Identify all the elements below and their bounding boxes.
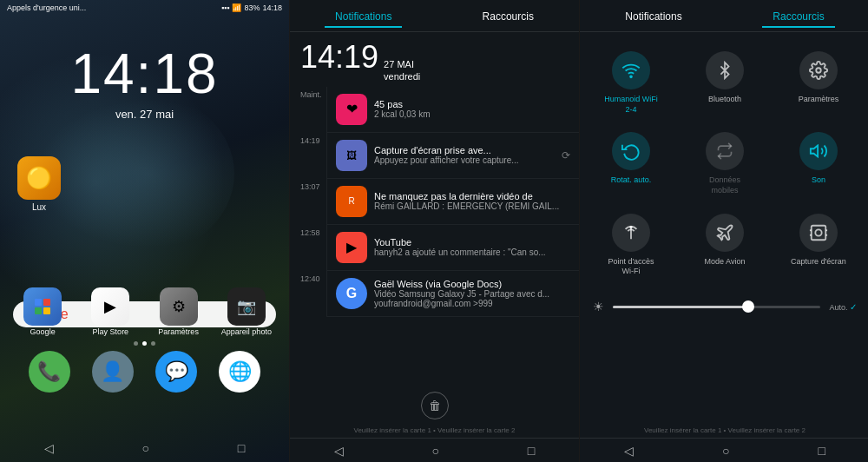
notif-steps-body: 2 kcal 0,03 km xyxy=(374,109,570,119)
settings-label: Paramètres xyxy=(158,327,199,336)
qs-screenshot[interactable]: Capture d'écran xyxy=(772,203,865,284)
notif-screenshot-content: Capture d'écran prise ave... Appuyez pou… xyxy=(374,145,555,165)
qs-hotspot[interactable]: Point d'accèsWi-Fi xyxy=(584,203,678,284)
qs-footer-text: Veuillez insérer la carte 1 • Veuillez i… xyxy=(580,423,868,438)
notif-weekday: vendredi xyxy=(384,70,420,82)
camera-label: Appareil photo xyxy=(221,327,272,336)
notif-item-gdocs[interactable]: G Gaël Weiss (via Google Docs) Vidéo Sam… xyxy=(326,271,579,317)
brightness-slider[interactable] xyxy=(613,306,820,308)
notif-remi-title: Ne manquez pas la dernière vidéo de xyxy=(374,191,570,201)
notif-item-youtube[interactable]: ▶ YouTube hanyh2 a ajouté un commentaire… xyxy=(326,225,579,271)
back-button[interactable]: ◁ xyxy=(44,441,54,455)
app-settings[interactable]: ⚙ Paramètres xyxy=(153,287,205,336)
qs-home-button[interactable]: ○ xyxy=(722,444,729,458)
wifi-status-icon: 📶 xyxy=(232,3,241,12)
lock-screen: Appels d'urgence uni... ▪▪▪ 📶 83% 14:18 … xyxy=(0,0,289,462)
hotspot-qs-label: Point d'accèsWi-Fi xyxy=(608,257,654,277)
section-label-1419: 14:19 xyxy=(290,133,326,147)
lock-app-lux[interactable]: 🟡 Lux xyxy=(17,156,61,212)
qs-bluetooth[interactable]: Bluetooth xyxy=(678,41,772,122)
notif-gdocs-body2: youfrandroid@gmail.com >999 xyxy=(374,299,570,308)
qs-wifi[interactable]: Humanoid WiFi2-4 xyxy=(584,41,678,122)
svg-point-1 xyxy=(816,68,821,73)
status-bar: Appels d'urgence uni... ▪▪▪ 📶 83% 14:18 xyxy=(0,0,289,16)
qs-tab-notifications[interactable]: Notifications xyxy=(615,7,692,28)
qs-tab-shortcuts[interactable]: Raccourcis xyxy=(762,7,834,28)
dot-3 xyxy=(151,341,155,346)
hotspot-qs-icon xyxy=(612,214,650,252)
notif-date-day: 27 MAI xyxy=(384,58,420,70)
notif-clock: 14:19 xyxy=(300,39,378,76)
svg-point-6 xyxy=(815,229,821,235)
sound-qs-icon xyxy=(799,132,838,170)
dot-2 xyxy=(142,341,147,346)
notif-remi-body: Rémi GAILLARD : EMERGENCY (REMI GAIL... xyxy=(374,201,570,211)
section-label-1258: 12:58 xyxy=(290,225,326,239)
brightness-fill xyxy=(613,306,748,308)
app-row-1: Google ▶ Play Store ⚙ Paramètres 📷 Appar… xyxy=(9,287,280,336)
bluetooth-qs-icon xyxy=(706,51,744,89)
notif-youtube-content: YouTube hanyh2 a ajouté un commentaire :… xyxy=(374,237,570,257)
tab-shortcuts[interactable]: Raccourcis xyxy=(472,7,544,28)
data-qs-icon xyxy=(706,132,744,170)
qs-settings[interactable]: Paramètres xyxy=(772,41,865,122)
battery-text: 83% xyxy=(244,3,260,12)
notif-item-remi[interactable]: R Ne manquez pas la dernière vidéo de Ré… xyxy=(326,179,579,225)
brightness-icon: ☀ xyxy=(593,300,604,314)
home-button[interactable]: ○ xyxy=(142,441,149,455)
dock-row: 📞 👤 💬 🌐 xyxy=(9,351,280,393)
app-playstore[interactable]: ▶ Play Store xyxy=(84,287,136,336)
dot-1 xyxy=(134,341,138,346)
qs-sound[interactable]: Son xyxy=(772,122,865,202)
nav-bar-lock: ◁ ○ □ xyxy=(0,434,289,462)
qs-header: Notifications Raccourcis xyxy=(580,0,868,32)
notif-screenshot-body: Appuyez pour afficher votre capture... xyxy=(374,155,555,165)
app-camera[interactable]: 📷 Appareil photo xyxy=(220,287,273,336)
youtube-icon: ▶ xyxy=(336,232,367,263)
notif-back-button[interactable]: ◁ xyxy=(334,444,344,458)
notif-recents-button[interactable]: □ xyxy=(528,444,535,458)
app-google[interactable]: Google xyxy=(16,287,69,336)
dock-contacts[interactable]: 👤 xyxy=(92,351,134,393)
playstore-label: Play Store xyxy=(93,327,129,336)
qs-airplane[interactable]: Mode Avion xyxy=(678,203,772,284)
dock-messages[interactable]: 💬 xyxy=(155,351,197,393)
lock-clock: 14:18 xyxy=(0,42,289,106)
notif-bottom: 🗑 Veuillez insérer la carte 1 • Veuillez… xyxy=(290,385,579,462)
qs-recents-button[interactable]: □ xyxy=(819,444,825,458)
notif-steps-title: 45 pas xyxy=(374,99,570,109)
notif-screenshot-title: Capture d'écran prise ave... xyxy=(374,145,555,155)
qs-rotation[interactable]: Rotat. auto. xyxy=(584,122,678,202)
notif-home-button[interactable]: ○ xyxy=(432,444,439,458)
qs-footer: Veuillez insérer la carte 1 • Veuillez i… xyxy=(580,423,868,438)
share-action-icon[interactable]: ⟳ xyxy=(562,149,570,162)
lux-label: Lux xyxy=(17,202,61,212)
airplane-qs-icon xyxy=(706,214,744,252)
notif-item-screenshot[interactable]: 🖼 Capture d'écran prise ave... Appuyez p… xyxy=(326,133,579,179)
status-icons: ▪▪▪ 📶 83% 14:18 xyxy=(221,3,282,12)
section-label-1240: 12:40 xyxy=(290,271,326,285)
signal-icon: ▪▪▪ xyxy=(221,3,230,12)
playstore-icon: ▶ xyxy=(91,287,129,326)
nav-bar-notif: ◁ ○ □ xyxy=(290,438,579,462)
bluetooth-qs-label: Bluetooth xyxy=(708,95,741,105)
qs-data[interactable]: Donnéesmobiles xyxy=(678,122,772,202)
auto-check-icon: ✓ xyxy=(850,302,857,312)
gdocs-row: G Gaël Weiss (via Google Docs) Vidéo Sam… xyxy=(336,278,570,309)
clear-notifications-button[interactable]: 🗑 xyxy=(421,392,449,419)
brightness-auto-label: Auto. ✓ xyxy=(829,302,857,312)
recents-button[interactable]: □ xyxy=(238,441,245,455)
wifi-qs-icon xyxy=(612,51,650,89)
airplane-qs-label: Mode Avion xyxy=(705,257,746,267)
dock-phone[interactable]: 📞 xyxy=(29,351,70,393)
notif-item-steps[interactable]: ❤ 45 pas 2 kcal 0,03 km xyxy=(326,87,579,133)
tab-notifications[interactable]: Notifications xyxy=(325,7,402,28)
section-label-maint: Maint. xyxy=(290,87,326,101)
qs-back-button[interactable]: ◁ xyxy=(624,444,634,458)
notif-section-1307: 13:07 R Ne manquez pas la dernière vidéo… xyxy=(290,179,579,225)
notif-gdocs-body1: Vidéo Samsung Galaxy J5 - Partage avec d… xyxy=(374,289,570,299)
notif-remi-content: Ne manquez pas la dernière vidéo de Rémi… xyxy=(374,191,570,211)
notif-steps-content: 45 pas 2 kcal 0,03 km xyxy=(374,99,570,119)
dock-chrome[interactable]: 🌐 xyxy=(219,351,260,393)
notif-section-1240: 12:40 G Gaël Weiss (via Google Docs) Vid… xyxy=(290,271,579,317)
